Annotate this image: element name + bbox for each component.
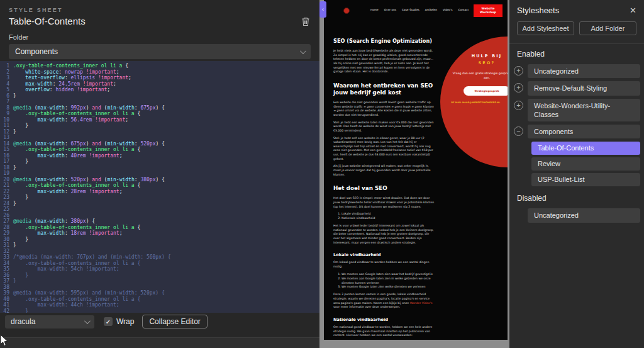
nav-link-home[interactable]: Home <box>370 8 379 11</box>
website-preview: Home Over ons Case Studies Artikelen Vid… <box>324 0 508 340</box>
code-line: 16 max-width: 40rem !important; <box>0 153 319 159</box>
article-h3: Nationale vindbaarheid <box>333 317 436 322</box>
code-line: 18} <box>0 165 319 171</box>
folder-item-components[interactable]: Components <box>528 125 640 138</box>
stylesheet-item-utility-classes[interactable]: Website-Wonders-Utility-Classes <box>528 99 640 122</box>
stylesheet-item-uncategorized[interactable]: Uncategorized <box>528 64 640 78</box>
stylesheet-item-table-of-contents[interactable]: Table-Of-Contents <box>531 142 640 155</box>
article-h2: Waarom het ontbreken van SEO jouw bedrij… <box>333 82 436 96</box>
paragraph: Als jij jouw website winstgevend wil mak… <box>333 164 436 177</box>
code-line: 33/*@media (max-width: 767px) and (min-w… <box>0 254 319 261</box>
add-folder-button[interactable]: Add Folder <box>579 21 636 35</box>
code-line: 22 max-width: 28rem !important; <box>0 189 319 195</box>
code-line: 32 <box>0 249 319 255</box>
code-line: 8@media (max-width: 992px) and (min-widt… <box>0 105 319 111</box>
lokaal-list: We moeten aan Google laten zien waar het… <box>333 272 436 290</box>
code-line: 20@media (max-width: 520px) and (min-wid… <box>0 177 319 183</box>
expand-icon[interactable]: + <box>514 66 523 76</box>
stylesheet-item-review[interactable]: Review <box>531 157 640 171</box>
code-line: 10 max-width: 56.4rem !important; <box>0 117 319 123</box>
code-line: 13 <box>0 135 319 141</box>
code-line: 27@media (max-width: 380px) { <box>0 218 319 225</box>
disabled-section-label: Disabled <box>509 189 644 208</box>
mouse-cursor <box>0 334 8 348</box>
expand-icon[interactable]: + <box>514 101 523 110</box>
code-line: 24} <box>0 201 319 207</box>
paragraph: Het is voor vrijwel ieder bedrijf intere… <box>333 224 436 245</box>
code-line: 30 } <box>0 237 319 243</box>
stylesheet-item-usp-bullet-list[interactable]: USP-Bullet-List <box>531 173 640 186</box>
code-line: 14@media (max-width: 675px) and (min-wid… <box>0 141 319 147</box>
stylesheet-item-remove-default-styling[interactable]: Remove-Default-Styling <box>528 81 640 95</box>
nav-link-case-studies[interactable]: Case Studies <box>402 8 419 11</box>
expand-icon[interactable]: + <box>514 83 523 93</box>
code-line: 36 } <box>0 272 319 279</box>
code-line: 1.oxy-table-of-contents_inner ol li a { <box>0 63 319 69</box>
code-line: 26 <box>0 213 319 219</box>
code-line: 17 } <box>0 159 319 165</box>
paragraph: Om nationaal goed vindbaar te worden, he… <box>333 325 436 338</box>
paragraph: Het doel van SEO is simpel: meer winst d… <box>333 196 436 209</box>
divider <box>509 43 644 44</box>
paragraph: Deze 3 punten komen samen in een goede, … <box>333 293 436 310</box>
article-h2: Het doel van SEO <box>333 185 436 192</box>
site-navbar: Home Over ons Case Studies Artikelen Vid… <box>324 0 508 21</box>
code-line: 37} <box>0 278 319 284</box>
add-stylesheet-button[interactable]: Add Stylesheet <box>517 21 574 35</box>
folder-select[interactable]: Components <box>9 44 311 59</box>
nav-link-contact[interactable]: Contact <box>458 8 469 11</box>
chevron-left-icon: ‹ <box>322 6 324 13</box>
code-line: 3 text-overflow: ellipsis !important; <box>0 75 319 81</box>
code-line: 42 } <box>0 308 319 313</box>
code-line: 19 <box>0 171 319 177</box>
panel-kicker: STYLE SHEET <box>9 7 311 13</box>
article-h3: Lokale vindbaarheid <box>333 252 436 257</box>
panel-footer <box>0 337 319 348</box>
theme-select[interactable]: dracula <box>5 315 94 328</box>
delete-stylesheet-icon[interactable] <box>301 16 311 26</box>
theme-select-value: dracula <box>11 317 35 326</box>
website-workshop-button[interactable]: Website Workshop <box>474 4 502 17</box>
nav-link-videos[interactable]: Video's <box>443 8 452 11</box>
paragraph: Om lokaal goed vindbaar te worden hebben… <box>333 261 436 269</box>
code-line: 5 overflow: hidden !important; <box>0 87 319 93</box>
collapse-editor-button[interactable]: Collapse Editor <box>142 315 207 328</box>
code-line: 7 <box>0 99 319 105</box>
folder-select-value: Components <box>15 47 58 56</box>
wonder-videos-link[interactable]: Wonder Video's <box>410 301 433 305</box>
code-line: 25 <box>0 206 319 213</box>
code-line: 38 <box>0 284 319 291</box>
wrap-checkbox[interactable]: ✓ <box>104 317 113 326</box>
wrap-label: Wrap <box>116 317 134 326</box>
collapse-icon[interactable]: − <box>514 126 523 136</box>
strategiegesprek-button[interactable]: Strategiegesprek <box>464 86 508 96</box>
paragraph: Je hebt niets aan jouw bedrijfswebsite a… <box>333 49 436 74</box>
code-line: 12} <box>0 129 319 135</box>
nav-link-over-ons[interactable]: Over ons <box>384 8 396 11</box>
paragraph: Stel: je hebt een website laten maken vo… <box>333 121 436 133</box>
code-line: 21 .oxy-table-of-contents_inner ol li a … <box>0 182 319 189</box>
code-line: 35 max-width: 54ch !important; <box>0 266 319 272</box>
code-line: 41 max-width: 44ch !important; <box>0 302 319 308</box>
code-line: 6} <box>0 93 319 99</box>
collapse-panel-tab[interactable]: ‹ <box>319 1 326 18</box>
blob-heading-line1: HULP BIJ <box>451 53 508 59</box>
code-line: 15 .oxy-table-of-contents_inner ol li a … <box>0 147 319 153</box>
code-line: 2 white-space: nowrap !important; <box>0 69 319 76</box>
site-preview-area: ‹ Home Over ons Case Studies Artikelen V… <box>319 0 509 348</box>
nav-link-artikelen[interactable]: Artikelen <box>425 8 437 11</box>
disabled-stylesheet-item-uncategorized[interactable]: Uncategorized <box>528 208 640 222</box>
code-line: 29 max-width: 18rem !important; <box>0 230 319 237</box>
blob-mail-link[interactable]: OF MAIL NAAR@WEBSITEWONDERS.NL <box>451 101 508 105</box>
code-line: 9 .oxy-table-of-contents_inner ol li a { <box>0 111 319 117</box>
seo-help-blob: HULP BIJ SEO? Vraag dan een gratis strat… <box>440 36 508 167</box>
code-line: 11 } <box>0 123 319 129</box>
article-h1: SEO (Search Engine Optimization) <box>333 38 436 44</box>
chevron-down-icon <box>300 48 306 54</box>
blob-heading-line2: SEO? <box>451 60 508 65</box>
close-icon[interactable]: ✕ <box>630 6 636 14</box>
code-line: 39@media (max-width: 595px) and (min-wid… <box>0 290 319 296</box>
css-code-editor[interactable]: 1.oxy-table-of-contents_inner ol li a {2… <box>0 61 319 313</box>
site-logo[interactable] <box>343 8 350 14</box>
code-line: 34 .oxy-table-of-contents_inner ol li a … <box>0 261 319 267</box>
